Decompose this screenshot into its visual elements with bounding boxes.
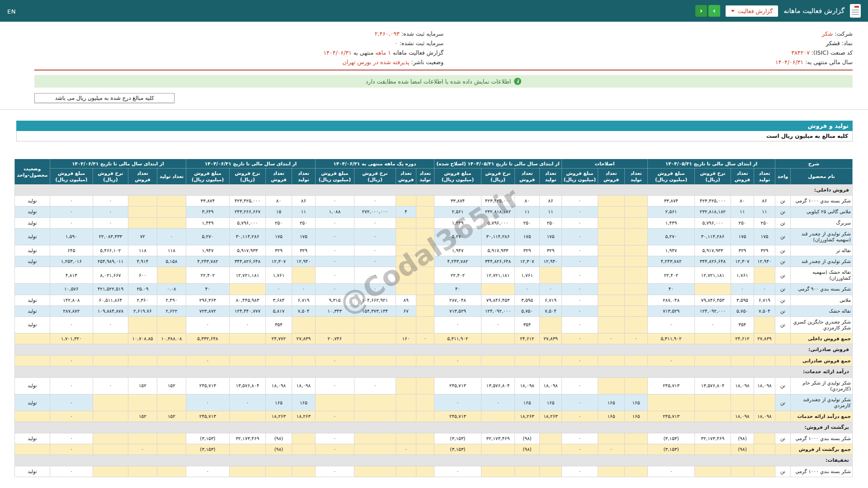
value-cell: ۰	[186, 466, 229, 477]
value-cell	[396, 284, 416, 295]
info-label: نماد:	[840, 40, 853, 47]
value-cell: ۰	[354, 217, 396, 228]
table-row: جمع فروش داخلی۲۷,۸۳۹۲۴,۶۱۲۵,۳۱۱,۹۰۲۰۰۰۲۷…	[14, 333, 852, 344]
value-cell: ۱۲,۷۲۱,۱۸۱	[481, 267, 514, 284]
status-cell: تولید	[14, 228, 50, 245]
value-cell: ۱,۴۴۹	[186, 217, 229, 228]
value-cell: ۰	[561, 466, 598, 477]
value-cell: ۵,۲۷۰	[186, 228, 229, 245]
value-cell: ۸۰	[731, 196, 754, 206]
value-cell: ۱۷۵	[514, 228, 539, 245]
product-name-cell: جمع فروش داخلی	[791, 333, 853, 344]
language-toggle-en[interactable]: EN	[7, 8, 16, 15]
value-cell: ۷۲۳,۸۷۲	[186, 305, 229, 316]
value-cell: ۱۸,۰۹۸	[731, 411, 754, 422]
table-row: شکر بسته بندي ۱۰۰۰ گرميتن۸۶۸۰۴۲۳,۴۲۵,۰۰۰…	[14, 196, 852, 206]
value-cell: ۱۸,۰۹۸	[754, 411, 775, 422]
value-cell: ۱۲۴,۰۹۲,۰۰۰	[481, 305, 514, 316]
value-cell	[315, 394, 354, 411]
value-cell	[754, 466, 775, 477]
value-cell	[775, 333, 791, 344]
topbar-right-group: گزارش فعالیت ماهانه گزارش فعالیت › ‹	[695, 4, 861, 18]
value-cell: ۷۱۳,۵۲۹	[647, 305, 694, 316]
value-cell: ۰	[186, 316, 229, 333]
value-cell: ۲۴,۷۷۲	[265, 333, 292, 344]
prev-report-button[interactable]: ‹	[695, 5, 707, 17]
value-cell	[416, 316, 434, 333]
status-cell: تولید	[14, 316, 50, 333]
value-cell: ۴۲۳,۴۲۵,۰۰۰	[695, 196, 731, 206]
value-cell: ۰	[354, 377, 396, 394]
report-type-dropdown[interactable]: گزارش فعالیت	[726, 5, 778, 17]
value-cell: ۶۴۵	[50, 245, 93, 256]
value-cell: ۳۲,۱۷۳,۴۶۹	[481, 433, 514, 444]
value-cell: ۱۰۹,۸۸۴,۸۷۸	[93, 305, 128, 316]
info-label: شرکت:	[833, 30, 853, 37]
info-value: ۱۴۰۴/۰۶/۳۱	[775, 59, 803, 66]
value-cell: ۳۴۴,۸۲۶,۶۴۸	[695, 256, 731, 267]
product-name-cell: جمع فروش صادراتی	[791, 355, 853, 366]
value-cell	[354, 394, 396, 411]
value-cell: ۲۸۷,۰۴۸	[434, 295, 481, 305]
value-cell: ۰.۰۸	[157, 284, 186, 295]
company-info-right-column: شرکت: شکرنماد: قشکرکد صنعت (ISIC): ۳۸۴۲۰…	[443, 29, 853, 67]
value-cell: ۸۶	[292, 196, 315, 206]
value-cell	[396, 245, 416, 256]
value-cell: ۱۵۲	[157, 411, 186, 422]
info-value: ۱۴۰۴/۰۶/۳۱	[324, 49, 352, 56]
value-cell: ۰	[624, 333, 647, 344]
value-cell: (۳,۱۵۳)	[186, 433, 229, 444]
value-cell: ۵,۸۱۷	[265, 305, 292, 316]
value-cell: ۲۵۰	[265, 217, 292, 228]
status-cell: تولید	[14, 377, 50, 394]
value-cell: ۴۲۳,۴۲۵,۰۰۰	[481, 196, 514, 206]
column-header-sale_qty: تعداد فروش	[265, 169, 292, 184]
value-cell: ۰	[315, 466, 354, 477]
status-cell: تولید	[14, 256, 50, 267]
value-cell: (۹۸)	[265, 433, 292, 444]
value-cell: ۱۰,۵۷۶	[50, 284, 93, 295]
value-cell: ۰	[315, 411, 354, 422]
value-cell	[416, 228, 434, 245]
value-cell: ۱۸,۲۶۳	[265, 411, 292, 422]
value-cell	[93, 433, 128, 444]
value-cell	[598, 196, 624, 206]
table-row: برگشت از فروش:	[14, 422, 852, 433]
table-row: تخفیفات:	[14, 455, 852, 466]
value-cell	[354, 466, 396, 477]
info-row: شرکت: شکر	[443, 29, 853, 38]
table-row: ملاس گالني ۲۵ کيلوييتن۱۱۱۱۲۳۲,۸۱۸,۱۸۲۲,۵…	[14, 206, 852, 217]
status-cell	[14, 355, 50, 366]
value-cell	[265, 466, 292, 477]
value-cell	[416, 466, 434, 477]
value-cell	[396, 316, 416, 333]
value-cell: تن	[775, 316, 791, 333]
info-label: سرمایه ثبت نشده:	[398, 40, 443, 47]
info-row: کد صنعت (ISIC): ۳۸۴۲۰۷	[443, 48, 853, 57]
table-row: جمع درآمد ارائه خدمات۱۸,۰۹۸۱۸,۰۹۸۲۴۵,۷۱۳…	[14, 411, 852, 422]
table-row: شکر چغندري جايگزين کسري شکر کارمزديتن۳۵۴…	[14, 316, 852, 333]
value-cell: ۶۰۰	[128, 267, 157, 284]
table-row: شکر توليدي از چغندر قندتن۱۲,۹۴۰۱۲,۳۰۷۳۴۴…	[14, 256, 852, 267]
info-row: وضعیت ناشر: پذیرفته شده در بورس تهران	[34, 57, 443, 67]
value-cell: تن	[775, 228, 791, 245]
status-cell: تولید	[14, 206, 50, 217]
value-cell: ۱۸,۲۶۳	[514, 411, 539, 422]
product-name-cell: جمع درآمد ارائه خدمات	[791, 411, 853, 422]
value-cell	[157, 206, 186, 217]
value-cell	[416, 305, 434, 316]
value-cell	[354, 355, 396, 366]
value-cell: تن	[775, 206, 791, 217]
value-cell: ۰	[50, 444, 93, 455]
value-cell: ۸۰,۴۴۵,۹۸۳	[229, 295, 265, 305]
table-header-row-cols: نام محصولواحدتعداد تولیدتعداد فروشنرخ فر…	[14, 169, 852, 184]
product-name-cell: تفاله تر	[791, 245, 853, 256]
value-cell: ۱۰۴,۶۶۲,۹۲۱	[354, 295, 396, 305]
value-cell: ۴,۲۴۳,۷۸۲	[186, 256, 229, 267]
value-cell: ۱۲,۷۲۱,۱۸۱	[695, 267, 731, 284]
next-report-button[interactable]: ›	[708, 5, 720, 17]
value-cell: ۵,۳۱۱,۹۰۲	[434, 333, 481, 344]
value-cell: ۲۷,۸۳۹	[539, 333, 561, 344]
value-cell: ۰	[157, 228, 186, 245]
value-cell: ۰	[561, 267, 598, 284]
